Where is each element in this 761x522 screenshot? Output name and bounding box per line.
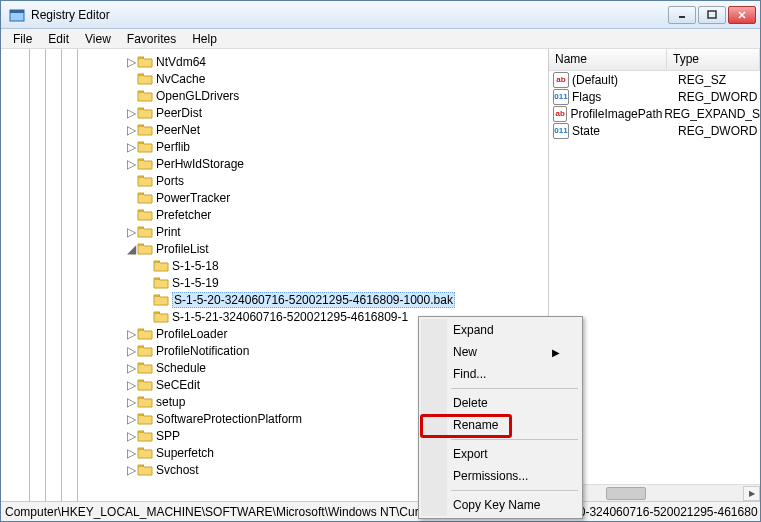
folder-icon — [137, 446, 153, 460]
menu-edit[interactable]: Edit — [40, 30, 77, 48]
expand-icon[interactable]: ▷ — [125, 361, 137, 375]
expand-icon[interactable]: ▷ — [125, 225, 137, 239]
value-name: ProfileImagePath — [570, 107, 664, 121]
value-row[interactable]: 011StateREG_DWORD — [549, 122, 760, 139]
tree-item-label: PeerDist — [156, 106, 202, 120]
tree-item-label: NvCache — [156, 72, 205, 86]
tree-item-label: ProfileList — [156, 242, 209, 256]
status-path: Computer\HKEY_LOCAL_MACHINE\SOFTWARE\Mic… — [5, 505, 758, 519]
folder-icon — [137, 55, 153, 69]
tree-item[interactable]: PowerTracker — [1, 189, 548, 206]
value-type: REG_DWORD — [678, 90, 757, 104]
tree-item[interactable]: Prefetcher — [1, 206, 548, 223]
value-row[interactable]: 011FlagsREG_DWORD — [549, 88, 760, 105]
expand-icon[interactable]: ▷ — [125, 463, 137, 477]
expand-icon[interactable]: ▷ — [125, 395, 137, 409]
registry-editor-window: Registry Editor File Edit View Favorites… — [0, 0, 761, 522]
cm-export[interactable]: Export — [421, 443, 580, 465]
tree-item-label: SeCEdit — [156, 378, 200, 392]
tree-item-label: S-1-5-18 — [172, 259, 219, 273]
menu-view[interactable]: View — [77, 30, 119, 48]
tree-item-label: PerHwIdStorage — [156, 157, 244, 171]
minimize-button[interactable] — [668, 6, 696, 24]
menu-favorites[interactable]: Favorites — [119, 30, 184, 48]
folder-icon — [153, 259, 169, 273]
string-value-icon: ab — [553, 106, 567, 122]
menu-file[interactable]: File — [5, 30, 40, 48]
expand-icon[interactable]: ▷ — [125, 344, 137, 358]
folder-icon — [137, 225, 153, 239]
cm-delete[interactable]: Delete — [421, 392, 580, 414]
folder-icon — [137, 242, 153, 256]
window-buttons — [666, 6, 756, 24]
context-menu: Expand New▶ Find... Delete Rename Export… — [418, 316, 583, 519]
folder-icon — [137, 429, 153, 443]
tree-item-label: S-1-5-19 — [172, 276, 219, 290]
expand-icon[interactable]: ▷ — [125, 123, 137, 137]
tree-item-label: PowerTracker — [156, 191, 230, 205]
tree-item[interactable]: ▷PeerDist — [1, 104, 548, 121]
scroll-thumb[interactable] — [606, 487, 646, 500]
tree-item[interactable]: ▷Perflib — [1, 138, 548, 155]
statusbar: Computer\HKEY_LOCAL_MACHINE\SOFTWARE\Mic… — [1, 501, 760, 521]
tree-item[interactable]: NvCache — [1, 70, 548, 87]
folder-icon — [137, 208, 153, 222]
expand-icon[interactable]: ▷ — [125, 140, 137, 154]
tree-item[interactable]: ▷PerHwIdStorage — [1, 155, 548, 172]
expand-icon[interactable]: ▷ — [125, 157, 137, 171]
titlebar[interactable]: Registry Editor — [1, 1, 760, 29]
folder-icon — [137, 72, 153, 86]
col-type[interactable]: Type — [667, 49, 760, 70]
tree-item[interactable]: S-1-5-19 — [1, 274, 548, 291]
value-row[interactable]: ab(Default)REG_SZ — [549, 71, 760, 88]
expand-icon[interactable]: ▷ — [125, 55, 137, 69]
cm-copy-key-name[interactable]: Copy Key Name — [421, 494, 580, 516]
collapse-icon[interactable]: ◢ — [125, 242, 137, 256]
expand-icon[interactable]: ▷ — [125, 429, 137, 443]
cm-new[interactable]: New▶ — [421, 341, 580, 363]
tree-item[interactable]: S-1-5-18 — [1, 257, 548, 274]
folder-icon — [137, 123, 153, 137]
maximize-button[interactable] — [698, 6, 726, 24]
expand-icon[interactable]: ▷ — [125, 412, 137, 426]
folder-icon — [137, 157, 153, 171]
tree-item[interactable]: ◢ProfileList — [1, 240, 548, 257]
cm-permissions[interactable]: Permissions... — [421, 465, 580, 487]
tree-item-label: S-1-5-20-324060716-520021295-4616809-100… — [172, 292, 455, 308]
folder-icon — [137, 463, 153, 477]
menu-help[interactable]: Help — [184, 30, 225, 48]
tree-item[interactable]: ▷NtVdm64 — [1, 53, 548, 70]
value-row[interactable]: abProfileImagePathREG_EXPAND_S — [549, 105, 760, 122]
tree-item[interactable]: ▷PeerNet — [1, 121, 548, 138]
tree-item-label: Prefetcher — [156, 208, 211, 222]
close-button[interactable] — [728, 6, 756, 24]
svg-rect-3 — [708, 11, 716, 18]
content-area: ▷NtVdm64NvCacheOpenGLDrivers▷PeerDist▷Pe… — [1, 49, 760, 501]
folder-icon — [137, 89, 153, 103]
scroll-right-button[interactable]: ▶ — [743, 486, 760, 501]
window-title: Registry Editor — [31, 8, 666, 22]
tree-item-label: NtVdm64 — [156, 55, 206, 69]
tree-item[interactable]: S-1-5-20-324060716-520021295-4616809-100… — [1, 291, 548, 308]
tree-item[interactable]: OpenGLDrivers — [1, 87, 548, 104]
col-name[interactable]: Name — [549, 49, 667, 70]
values-header[interactable]: Name Type — [549, 49, 760, 71]
folder-icon — [137, 191, 153, 205]
expand-icon[interactable]: ▷ — [125, 378, 137, 392]
cm-expand[interactable]: Expand — [421, 319, 580, 341]
folder-icon — [137, 174, 153, 188]
tree-item[interactable]: ▷Print — [1, 223, 548, 240]
expand-icon[interactable]: ▷ — [125, 446, 137, 460]
tree-item-label: Schedule — [156, 361, 206, 375]
tree-item[interactable]: Ports — [1, 172, 548, 189]
tree-item-label: ProfileNotification — [156, 344, 249, 358]
menubar: File Edit View Favorites Help — [1, 29, 760, 49]
folder-icon — [137, 361, 153, 375]
expand-icon[interactable]: ▷ — [125, 327, 137, 341]
cm-find[interactable]: Find... — [421, 363, 580, 385]
dword-value-icon: 011 — [553, 89, 569, 105]
expand-icon[interactable]: ▷ — [125, 106, 137, 120]
value-type: REG_SZ — [678, 73, 726, 87]
folder-icon — [137, 412, 153, 426]
cm-rename[interactable]: Rename — [421, 414, 580, 436]
